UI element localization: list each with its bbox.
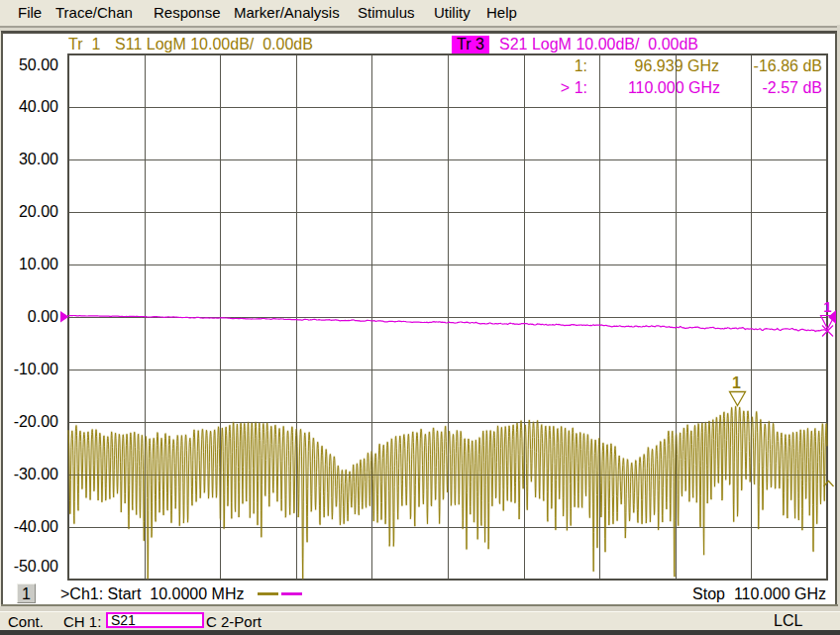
svg-text:1: 1 <box>823 298 831 315</box>
svg-text:1: 1 <box>732 374 741 391</box>
